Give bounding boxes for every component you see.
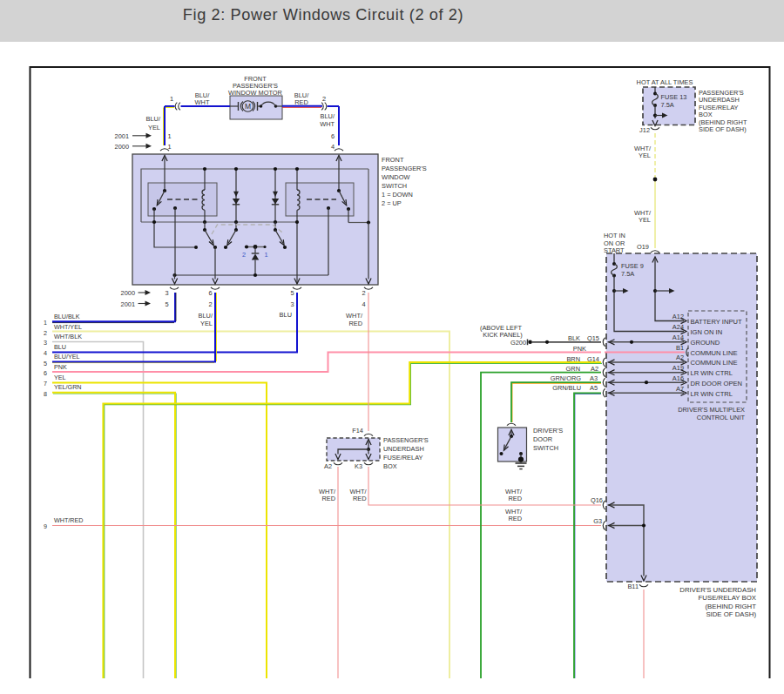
svg-text:1: 1 [170,95,173,103]
svg-text:RED: RED [353,495,367,502]
svg-text:BLU/YEL: BLU/YEL [54,353,80,360]
svg-text:5: 5 [165,300,168,308]
svg-text:BLK: BLK [568,334,580,342]
svg-text:KICK PANEL): KICK PANEL) [483,331,522,339]
svg-text:LR WIN CTRL: LR WIN CTRL [691,369,733,377]
svg-text:FUSE 9: FUSE 9 [621,262,644,270]
svg-text:B11: B11 [627,583,639,590]
svg-text:WHT/BLK: WHT/BLK [54,333,82,340]
svg-text:1: 1 [167,132,171,140]
svg-text:WINDOW: WINDOW [382,173,409,181]
svg-text:1: 1 [264,251,267,259]
svg-text:COMMUN LINE: COMMUN LINE [691,349,738,357]
svg-text:B1: B1 [676,344,684,352]
svg-text:A7: A7 [676,385,684,393]
svg-text:A3: A3 [590,374,598,382]
svg-text:A2: A2 [676,354,684,361]
svg-text:DR DOOR OPEN: DR DOOR OPEN [691,380,743,387]
svg-text:RED: RED [508,495,522,502]
svg-text:YEL: YEL [148,124,160,131]
svg-text:G14: G14 [587,355,599,363]
svg-text:SWITCH: SWITCH [382,182,407,190]
svg-text:WHT/: WHT/ [346,312,363,320]
svg-text:4: 4 [44,349,47,357]
svg-text:5: 5 [290,289,294,297]
svg-text:WHT: WHT [320,120,335,128]
svg-text:2: 2 [208,300,212,308]
svg-text:A14: A14 [672,334,684,341]
svg-text:DOOR: DOOR [533,435,552,443]
svg-text:A24: A24 [672,323,684,331]
svg-text:6: 6 [331,132,335,140]
svg-text:1: 1 [44,319,47,327]
svg-text:2: 2 [362,289,365,297]
svg-text:BLU: BLU [54,343,66,351]
svg-text:A2: A2 [591,365,598,373]
svg-text:BLU/: BLU/ [321,112,335,120]
svg-text:PASSENGER'S: PASSENGER'S [383,436,429,444]
svg-text:YEL: YEL [54,374,66,381]
svg-text:2: 2 [242,251,246,259]
svg-text:PNK: PNK [54,363,67,371]
svg-text:A12: A12 [672,313,684,320]
svg-text:DRIVER'S: DRIVER'S [533,427,563,435]
svg-text:FRONT: FRONT [382,156,404,164]
svg-text:SWITCH: SWITCH [533,444,558,452]
svg-text:BLU/: BLU/ [199,312,213,320]
svg-text:M: M [245,102,251,111]
svg-text:GROUND: GROUND [691,339,720,347]
svg-text:BATTERY INPUT: BATTERY INPUT [691,318,742,326]
svg-text:RED: RED [348,320,362,327]
svg-text:UNDERDASH: UNDERDASH [383,445,424,453]
svg-text:2000: 2000 [115,143,129,151]
svg-text:PASSENGER'S: PASSENGER'S [382,165,427,172]
svg-text:WHT: WHT [195,98,210,106]
svg-text:FUSE/RELAY: FUSE/RELAY [383,454,423,462]
svg-text:4: 4 [331,143,335,151]
svg-text:K3: K3 [355,462,362,470]
svg-text:IGN ON IN: IGN ON IN [691,328,723,336]
svg-text:CONTROL UNIT: CONTROL UNIT [697,414,746,421]
svg-text:SIDE OF DASH): SIDE OF DASH) [699,125,747,133]
svg-text:9: 9 [44,522,47,530]
svg-text:GRN/ORG: GRN/ORG [551,374,582,382]
svg-text:DRIVER'S UNDERDASH: DRIVER'S UNDERDASH [679,586,756,594]
svg-text:5: 5 [44,360,47,367]
svg-text:3: 3 [290,300,294,308]
svg-text:WINDOW MOTOR: WINDOW MOTOR [228,89,282,97]
svg-text:YEL/GRN: YEL/GRN [54,383,82,391]
svg-text:A16: A16 [672,374,684,382]
svg-text:F14: F14 [352,427,363,435]
svg-text:Q15: Q15 [587,334,599,342]
svg-text:YEL: YEL [639,216,651,224]
svg-text:G200: G200 [510,339,526,347]
svg-text:Q16: Q16 [591,496,603,504]
svg-text:8: 8 [44,390,47,398]
svg-text:RED: RED [508,515,522,522]
svg-text:WHT/YEL: WHT/YEL [54,323,82,331]
svg-text:BLU/BLK: BLU/BLK [54,313,80,320]
svg-text:6: 6 [208,289,212,297]
svg-text:A2: A2 [324,462,332,470]
svg-text:WHT/RED: WHT/RED [54,516,84,524]
svg-text:LR WIN CTRL: LR WIN CTRL [691,390,733,398]
svg-text:7.5A: 7.5A [661,101,674,109]
svg-text:3: 3 [44,339,47,347]
svg-text:G3: G3 [593,517,602,525]
svg-text:4: 4 [362,300,365,308]
svg-text:RED: RED [294,98,308,106]
svg-text:2000: 2000 [121,289,135,297]
svg-text:FUSE/RELAY BOX: FUSE/RELAY BOX [699,594,757,602]
svg-text:2001: 2001 [115,132,129,140]
svg-text:BRN: BRN [566,355,580,363]
svg-text:HOT AT ALL TIMES: HOT AT ALL TIMES [637,78,693,86]
svg-text:BOX: BOX [383,462,397,470]
svg-text:RED: RED [321,495,335,502]
svg-text:A5: A5 [590,384,598,392]
svg-text:PNK: PNK [573,345,586,353]
svg-text:YEL: YEL [639,152,651,159]
svg-text:2: 2 [322,95,326,103]
svg-text:YEL: YEL [200,320,213,327]
svg-text:O19: O19 [637,243,649,251]
svg-text:COMMUN LINE: COMMUN LINE [691,359,738,367]
